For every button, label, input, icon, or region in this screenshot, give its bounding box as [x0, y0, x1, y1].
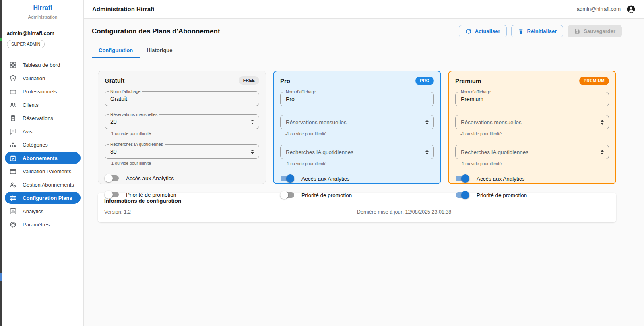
- sidebar-item-abonnements[interactable]: Abonnements: [5, 152, 80, 164]
- premium-analytics-access-row: Accès aux Analytics: [455, 174, 609, 183]
- pro-monthly-reservations-stepper[interactable]: [425, 119, 429, 125]
- tab-configuration[interactable]: Configuration: [92, 43, 140, 58]
- plan-badge-pro: PRO: [415, 77, 434, 85]
- premium-daily-ai-searches-stepper[interactable]: [600, 149, 605, 155]
- sidebar-item-validation-paiements[interactable]: Validation Paiements: [5, 165, 80, 177]
- sidebar-item-clients[interactable]: Clients: [5, 99, 80, 111]
- free-daily-ai-searches-hint: -1 ou vide pour illimité: [110, 161, 259, 166]
- sidebar-user-email: admin@hirrafi.com: [7, 30, 78, 36]
- subscriptions-icon: [9, 154, 17, 162]
- pro-monthly-reservations-field: [280, 115, 434, 129]
- free-display-name-label: Nom d'affichage: [109, 89, 142, 94]
- sidebar: Hirrafi Administration admin@hirrafi.com…: [2, 0, 84, 326]
- sidebar-item-categories[interactable]: Catégories: [5, 139, 80, 151]
- free-analytics-access-row: Accès aux Analytics: [105, 174, 259, 182]
- free-monthly-reservations-hint: -1 ou vide pour illimité: [110, 131, 259, 136]
- pro-display-name-label: Nom d'affichage: [284, 89, 318, 94]
- plan-card-premium: Premium PREMIUM Nom d'affichage -1 ou vi…: [448, 71, 616, 184]
- premium-daily-ai-searches-field: [455, 145, 609, 159]
- sidebar-item-tableau-de-bord[interactable]: Tableau de bord: [5, 59, 80, 71]
- pro-analytics-access-toggle[interactable]: [280, 174, 295, 183]
- premium-analytics-access-label: Accès aux Analytics: [477, 176, 524, 182]
- free-promotion-priority-toggle[interactable]: [105, 191, 119, 199]
- sidebar-item-professionnels[interactable]: Professionnels: [5, 85, 80, 98]
- refresh-icon: [465, 28, 472, 35]
- plan-cards-row: Gratuit FREE Nom d'affichage Réservation…: [98, 71, 644, 184]
- premium-promotion-priority-toggle[interactable]: [455, 191, 470, 199]
- main-content: Configuration des Plans d'Abonnement Act…: [84, 19, 644, 326]
- sidebar-item-label: Tableau de bord: [23, 62, 60, 68]
- pro-daily-ai-searches-field: [280, 145, 434, 159]
- sidebar-item-label: Catégories: [23, 142, 48, 148]
- plan-head-free: Gratuit FREE: [105, 76, 259, 85]
- trash-icon: [518, 28, 524, 35]
- tab-historique[interactable]: Historique: [140, 43, 179, 58]
- premium-monthly-reservations-stepper[interactable]: [600, 119, 605, 125]
- sidebar-item-gestion-abonnements[interactable]: Gestion Abonnements: [5, 179, 80, 191]
- pro-promotion-priority-row: Priorité de promotion: [280, 191, 434, 199]
- sidebar-item-validation[interactable]: Validation: [5, 72, 80, 84]
- refresh-button[interactable]: Actualiser: [459, 25, 507, 37]
- pro-analytics-access-label: Accès aux Analytics: [301, 176, 349, 182]
- premium-display-name-input[interactable]: [461, 96, 605, 102]
- page-actions: ActualiserRéinitialiserSauvegarder: [459, 25, 622, 37]
- reservations-icon: [9, 114, 17, 122]
- free-monthly-reservations-stepper[interactable]: [250, 119, 255, 125]
- pro-daily-ai-searches-input[interactable]: [286, 149, 425, 155]
- plan-badge-premium: PREMIUM: [579, 77, 609, 85]
- sidebar-item-reservations[interactable]: Réservations: [5, 112, 80, 124]
- dashboard-icon: [9, 61, 17, 69]
- sidebar-item-parametres[interactable]: Paramètres: [5, 218, 80, 230]
- pro-analytics-access-row: Accès aux Analytics: [280, 174, 434, 183]
- free-daily-ai-searches-input[interactable]: [110, 148, 250, 155]
- pro-daily-ai-searches-stepper[interactable]: [425, 149, 429, 155]
- config-version: Version: 1.2: [104, 209, 357, 215]
- plan-card-free: Gratuit FREE Nom d'affichage Réservation…: [98, 71, 266, 184]
- sidebar-item-configuration-plans[interactable]: Configuration Plans: [5, 192, 80, 204]
- sidebar-item-label: Gestion Abonnements: [23, 182, 74, 188]
- config-info-row: Version: 1.2 Dernière mise à jour: 12/08…: [104, 209, 610, 215]
- sidebar-item-label: Paramètres: [23, 222, 50, 228]
- briefcase-icon: [9, 88, 17, 96]
- premium-analytics-access-toggle[interactable]: [455, 174, 470, 183]
- reset-button-label: Réinitialiser: [527, 28, 557, 34]
- plan-title-premium: Premium: [455, 77, 481, 84]
- premium-monthly-reservations-input[interactable]: [461, 119, 600, 125]
- edge-marker-green: [0, 38, 2, 41]
- plan-badge-free: FREE: [239, 76, 259, 85]
- tune-icon: [9, 194, 17, 202]
- free-display-name-input[interactable]: [110, 96, 255, 102]
- plan-head-premium: Premium PREMIUM: [455, 77, 609, 85]
- pro-display-name-input[interactable]: [286, 96, 429, 102]
- free-monthly-reservations-label: Réservations mensuelles: [109, 112, 159, 117]
- sidebar-item-analytics[interactable]: Analytics: [5, 205, 80, 217]
- sidebar-nav: Tableau de bordValidationProfessionnelsC…: [2, 54, 83, 235]
- edge-marker-blue: [0, 273, 2, 281]
- free-analytics-access-toggle[interactable]: [105, 174, 119, 182]
- pro-promotion-priority-toggle[interactable]: [280, 191, 295, 199]
- pro-monthly-reservations-input[interactable]: [286, 119, 425, 125]
- refresh-button-label: Actualiser: [475, 28, 500, 34]
- pro-monthly-reservations-hint: -1 ou vide pour illimité: [285, 131, 434, 136]
- user-gear-icon: [9, 181, 17, 189]
- account-circle-icon[interactable]: [626, 4, 636, 14]
- premium-daily-ai-searches-input[interactable]: [461, 149, 600, 155]
- save-icon: [574, 28, 580, 35]
- free-daily-ai-searches-stepper[interactable]: [250, 149, 255, 155]
- brand-subtitle: Administration: [4, 15, 81, 19]
- plan-title-pro: Pro: [280, 77, 290, 84]
- sidebar-item-label: Validation Paiements: [23, 168, 71, 174]
- sidebar-item-avis[interactable]: Avis: [5, 125, 80, 137]
- pro-display-name-field: Nom d'affichage: [280, 92, 434, 106]
- free-monthly-reservations-input[interactable]: [110, 118, 250, 125]
- reset-button[interactable]: Réinitialiser: [511, 25, 564, 37]
- categories-icon: [9, 141, 17, 149]
- save-button[interactable]: Sauvegarder: [568, 25, 622, 37]
- page-title: Configuration des Plans d'Abonnement: [92, 27, 220, 35]
- premium-display-name-field: Nom d'affichage: [455, 92, 609, 106]
- tab-bar: ConfigurationHistorique: [92, 43, 625, 58]
- topbar: Administration Hirrafi admin@hirrafi.com: [84, 0, 644, 19]
- pro-promotion-priority-label: Priorité de promotion: [301, 192, 352, 198]
- premium-display-name-label: Nom d'affichage: [459, 89, 493, 94]
- free-promotion-priority-label: Priorité de promotion: [126, 192, 176, 198]
